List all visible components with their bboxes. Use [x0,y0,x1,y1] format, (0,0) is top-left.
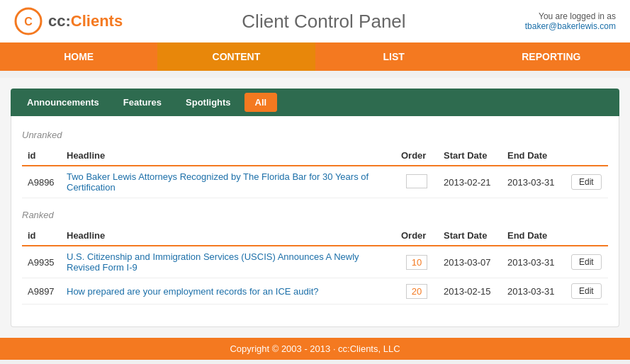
cell-order [395,166,438,198]
footer: Copyright © 2003 - 2013 · cc:Clients, LL… [0,338,630,360]
cell-headline: U.S. Citizenship and Immigration Service… [61,246,395,278]
headline-link[interactable]: U.S. Citizenship and Immigration Service… [67,251,359,273]
tab-all[interactable]: All [244,93,278,112]
tab-spotlights[interactable]: Spotlights [175,93,242,112]
cell-id: A9897 [22,278,61,305]
unranked-col-id: id [22,146,61,166]
logo: C cc:Clients [14,7,123,35]
ranked-col-start: Start Date [438,226,502,246]
cell-start-date: 2013-02-15 [438,278,502,305]
logged-in-label: You are logged in as [539,11,616,21]
cell-id: A9935 [22,246,61,278]
unranked-table: id Headline Order Start Date End Date A9… [22,146,608,198]
cell-headline: How prepared are your employment records… [61,278,395,305]
table-row: A9897 How prepared are your employment r… [22,278,608,305]
nav-bar: HOME CONTENT LIST REPORTING [0,42,630,71]
page-title: Client Control Panel [123,11,525,33]
unranked-col-headline: Headline [61,146,395,166]
cell-end-date: 2013-03-31 [502,246,566,278]
unranked-col-start: Start Date [438,146,502,166]
ranked-col-order: Order [395,226,438,246]
svg-text:C: C [24,16,33,28]
ranked-col-headline: Headline [61,226,395,246]
unranked-title: Unranked [22,130,608,140]
cell-end-date: 2013-03-31 [502,278,566,305]
cell-order: 10 [395,246,438,278]
user-info: You are logged in as tbaker@bakerlewis.c… [525,11,616,31]
ranked-col-id: id [22,226,61,246]
unranked-col-order: Order [395,146,438,166]
cell-headline: Two Baker Lewis Attorneys Recognized by … [61,166,395,198]
cell-start-date: 2013-02-21 [438,166,502,198]
ranked-table: id Headline Order Start Date End Date A9… [22,226,608,305]
content-area: Announcements Features Spotlights All Un… [0,78,630,338]
table-row: A9935 U.S. Citizenship and Immigration S… [22,246,608,278]
unranked-col-action [566,146,608,166]
tab-announcements[interactable]: Announcements [16,93,110,112]
tab-features[interactable]: Features [113,93,172,112]
ranked-col-action [566,226,608,246]
order-value: 10 [406,255,427,270]
nav-item-home[interactable]: HOME [0,42,157,71]
unranked-col-end: End Date [502,146,566,166]
edit-button[interactable]: Edit [571,174,602,190]
cell-end-date: 2013-03-31 [502,166,566,198]
order-value: 20 [406,284,427,299]
ranked-title: Ranked [22,210,608,220]
logo-icon: C [14,7,43,35]
main-panel: Unranked id Headline Order Start Date En… [11,116,619,327]
ranked-col-end: End Date [502,226,566,246]
user-email: tbaker@bakerlewis.com [525,21,616,31]
cell-action: Edit [566,246,608,278]
footer-text: Copyright © 2003 - 2013 · cc:Clients, LL… [230,343,400,354]
cell-start-date: 2013-03-07 [438,246,502,278]
tab-bar: Announcements Features Spotlights All [11,89,619,116]
cell-order: 20 [395,278,438,305]
headline-link[interactable]: How prepared are your employment records… [67,286,319,297]
nav-item-list[interactable]: LIST [315,42,473,71]
cell-action: Edit [566,166,608,198]
table-row: A9896 Two Baker Lewis Attorneys Recogniz… [22,166,608,198]
nav-item-content[interactable]: CONTENT [157,42,315,71]
edit-button[interactable]: Edit [571,254,602,270]
cell-id: A9896 [22,166,61,198]
header: C cc:Clients Client Control Panel You ar… [0,0,630,42]
logo-text: cc:Clients [48,12,123,30]
cell-action: Edit [566,278,608,305]
edit-button[interactable]: Edit [571,283,602,299]
nav-item-reporting[interactable]: REPORTING [473,42,630,71]
headline-link[interactable]: Two Baker Lewis Attorneys Recognized by … [67,171,369,193]
